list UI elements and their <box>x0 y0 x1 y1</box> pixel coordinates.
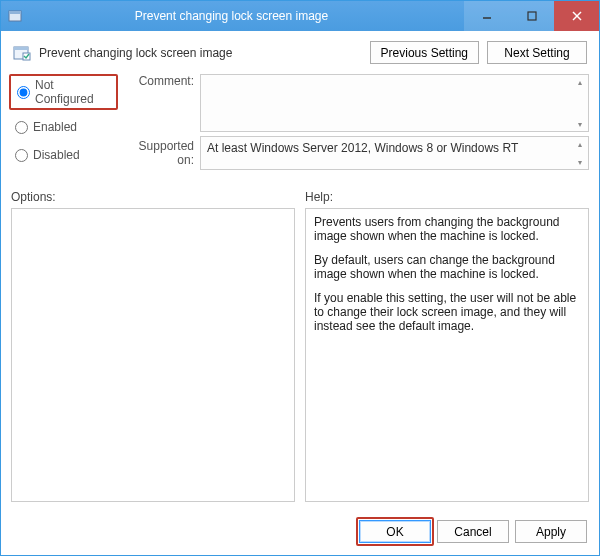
options-column: Options: <box>11 190 295 502</box>
options-label: Options: <box>11 190 295 204</box>
radio-enabled-input[interactable] <box>15 121 28 134</box>
supported-label: Supported on: <box>122 136 200 167</box>
policy-icon <box>13 44 31 62</box>
window-title: Prevent changing lock screen image <box>29 9 434 23</box>
svg-rect-1 <box>9 11 21 14</box>
body-area: Not Configured Enabled Disabled Comment:… <box>1 74 599 510</box>
help-paragraph: Prevents users from changing the backgro… <box>314 215 580 243</box>
radio-not-configured[interactable]: Not Configured <box>13 76 114 108</box>
lower-panes: Options: Help: Prevents users from chang… <box>11 190 589 502</box>
help-box[interactable]: Prevents users from changing the backgro… <box>305 208 589 502</box>
radio-disabled[interactable]: Disabled <box>11 146 116 164</box>
minimize-button[interactable] <box>464 1 509 31</box>
radio-not-configured-input[interactable] <box>17 86 30 99</box>
next-setting-button[interactable]: Next Setting <box>487 41 587 64</box>
previous-setting-button[interactable]: Previous Setting <box>370 41 479 64</box>
svg-rect-7 <box>14 47 28 50</box>
comment-supported-block: Comment: ▴ ▾ Supported on: At least Wind… <box>122 74 589 174</box>
ok-button[interactable]: OK <box>359 520 431 543</box>
title-bar: Prevent changing lock screen image <box>1 1 599 31</box>
window-controls <box>464 1 599 31</box>
state-radios: Not Configured Enabled Disabled <box>11 76 116 174</box>
apply-button[interactable]: Apply <box>515 520 587 543</box>
help-column: Help: Prevents users from changing the b… <box>305 190 589 502</box>
radio-enabled-label: Enabled <box>33 120 77 134</box>
scroll-down-icon[interactable]: ▾ <box>572 117 588 131</box>
help-paragraph: By default, users can change the backgro… <box>314 253 580 281</box>
help-paragraph: If you enable this setting, the user wil… <box>314 291 580 333</box>
options-box[interactable] <box>11 208 295 502</box>
supported-row: Supported on: At least Windows Server 20… <box>122 136 589 170</box>
scroll-up-icon[interactable]: ▴ <box>572 137 588 151</box>
supported-value: At least Windows Server 2012, Windows 8 … <box>201 137 572 169</box>
close-button[interactable] <box>554 1 599 31</box>
app-icon <box>7 8 23 24</box>
comment-field[interactable]: ▴ ▾ <box>200 74 589 132</box>
not-configured-highlight: Not Configured <box>9 74 118 110</box>
comment-label: Comment: <box>122 74 200 88</box>
maximize-button[interactable] <box>509 1 554 31</box>
scroll-up-icon[interactable]: ▴ <box>572 75 588 89</box>
supported-scroll[interactable]: ▴ ▾ <box>572 137 588 169</box>
help-label: Help: <box>305 190 589 204</box>
scroll-down-icon[interactable]: ▾ <box>572 155 588 169</box>
radio-enabled[interactable]: Enabled <box>11 118 116 136</box>
radio-disabled-input[interactable] <box>15 149 28 162</box>
ok-button-highlight: OK <box>356 517 434 546</box>
supported-field: At least Windows Server 2012, Windows 8 … <box>200 136 589 170</box>
cancel-button[interactable]: Cancel <box>437 520 509 543</box>
comment-value[interactable] <box>201 75 572 131</box>
policy-title: Prevent changing lock screen image <box>39 46 362 60</box>
comment-row: Comment: ▴ ▾ <box>122 74 589 132</box>
policy-header: Prevent changing lock screen image Previ… <box>1 31 599 74</box>
config-row: Not Configured Enabled Disabled Comment:… <box>11 74 589 174</box>
radio-not-configured-label: Not Configured <box>35 78 110 106</box>
dialog-footer: OK Cancel Apply <box>1 510 599 555</box>
svg-rect-3 <box>528 12 536 20</box>
comment-scroll[interactable]: ▴ ▾ <box>572 75 588 131</box>
radio-disabled-label: Disabled <box>33 148 80 162</box>
